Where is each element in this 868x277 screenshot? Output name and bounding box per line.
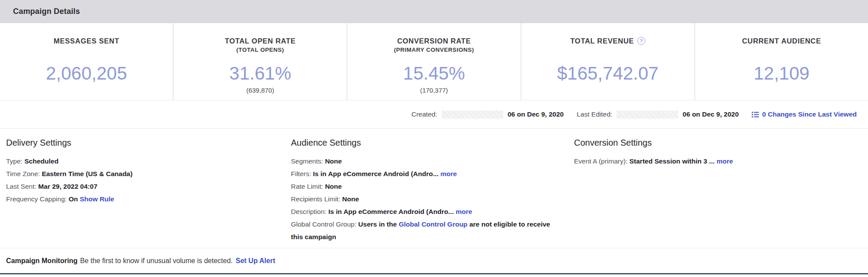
setting-value: Is in App eCommerce Android (Andro... — [328, 208, 454, 215]
setting-row-time-zone: Time Zone: Eastern Time (US & Canada) — [6, 167, 275, 180]
setting-value: None — [325, 183, 342, 190]
stat-label-text: TOTAL REVENUE — [570, 37, 634, 45]
last-edited-value: 06 on Dec 9, 2020 — [683, 110, 739, 118]
stat-label: CONVERSION RATE — [347, 37, 520, 45]
stat-total-revenue: TOTAL REVENUE? $165,742.07 — [521, 23, 694, 100]
stat-label: MESSAGES SENT — [0, 37, 173, 45]
setting-label: Rate Limit: — [291, 183, 323, 190]
setting-label: Event A (primary): — [574, 157, 627, 165]
campaign-monitoring-row: Campaign Monitoring Be the first to know… — [0, 248, 868, 273]
global-control-group-link[interactable]: Global Control Group — [399, 220, 467, 228]
stat-value: 12,109 — [695, 63, 868, 84]
stat-value: 2,060,205 — [0, 63, 173, 84]
setting-row-filters: Filters: Is in App eCommerce Android (An… — [291, 167, 558, 180]
section-title: Audience Settings — [291, 138, 558, 148]
setting-value: Is in App eCommerce Android (Andro... — [313, 170, 439, 177]
setting-row-recipients-limit: Recipients Limit: None — [291, 193, 558, 205]
delivery-settings-section: Delivery Settings Type: Scheduled Time Z… — [6, 138, 275, 205]
list-icon — [752, 111, 759, 118]
setting-value: None — [325, 157, 342, 165]
campaign-monitoring-text: Be the first to know if unusual volume i… — [80, 257, 232, 265]
conversion-settings-section: Conversion Settings Event A (primary): S… — [574, 138, 856, 167]
meta-row: Created: 06 on Dec 9, 2020 Last Edited: … — [0, 100, 868, 129]
setting-value: Started Session within 3 ... — [630, 157, 715, 165]
settings-area: Delivery Settings Type: Scheduled Time Z… — [0, 129, 868, 248]
setting-label: Frequency Capping: — [6, 195, 67, 203]
redacted-created-by — [442, 110, 503, 119]
stat-value: 15.45% — [347, 63, 520, 84]
setting-row-last-sent: Last Sent: Mar 29, 2022 04:07 — [6, 180, 275, 193]
setting-label: Time Zone: — [6, 170, 40, 177]
setting-label: Filters: — [291, 170, 311, 177]
stat-label: CURRENT AUDIENCE — [695, 37, 868, 45]
changes-since-last-viewed-link[interactable]: 0 Changes Since Last Viewed — [752, 110, 857, 118]
setting-row-frequency-capping: Frequency Capping: On Show Rule — [6, 193, 275, 205]
setting-row-type: Type: Scheduled — [6, 155, 275, 167]
setting-label: Description: — [291, 208, 327, 215]
setting-label: Last Sent: — [6, 183, 36, 190]
setting-value-prefix: Users in the — [358, 220, 397, 228]
stat-subvalue: (639,870) — [174, 87, 347, 94]
created-value: 06 on Dec 9, 2020 — [508, 110, 564, 118]
bottom-divider — [0, 273, 868, 274]
stat-value: $165,742.07 — [521, 63, 694, 84]
stat-label: TOTAL OPEN RATE — [174, 37, 347, 45]
setting-value: Scheduled — [24, 157, 58, 165]
setting-value: Mar 29, 2022 04:07 — [38, 183, 97, 190]
setting-row-event-a: Event A (primary): Started Session withi… — [574, 155, 856, 167]
setting-row-rate-limit: Rate Limit: None — [291, 180, 558, 193]
section-title: Delivery Settings — [6, 138, 275, 148]
setting-value: On — [69, 195, 78, 203]
show-rule-link[interactable]: Show Rule — [80, 195, 114, 203]
stat-value: 31.61% — [174, 63, 347, 84]
setting-label: Segments: — [291, 157, 323, 165]
setting-label: Recipients Limit: — [291, 195, 340, 203]
created-label: Created: — [412, 110, 437, 118]
stat-subvalue: (170,377) — [347, 87, 520, 94]
setting-value: None — [342, 195, 359, 203]
stat-sublabel: (TOTAL OPENS) — [174, 47, 347, 53]
stat-label: TOTAL REVENUE? — [521, 37, 694, 45]
campaign-monitoring-title: Campaign Monitoring — [6, 257, 77, 265]
stat-sublabel: (PRIMARY CONVERSIONS) — [347, 47, 520, 53]
help-icon[interactable]: ? — [637, 37, 645, 45]
filters-more-link[interactable]: more — [440, 170, 457, 177]
page-title: Campaign Details — [13, 7, 80, 16]
setting-value: Eastern Time (US & Canada) — [42, 170, 132, 177]
redacted-edited-by — [617, 110, 678, 119]
stat-current-audience: CURRENT AUDIENCE 12,109 — [694, 23, 868, 100]
stat-conversion-rate: CONVERSION RATE (PRIMARY CONVERSIONS) 15… — [347, 23, 520, 100]
event-a-more-link[interactable]: more — [716, 157, 733, 165]
setting-row-description: Description: Is in App eCommerce Android… — [291, 205, 558, 218]
audience-settings-section: Audience Settings Segments: None Filters… — [291, 138, 558, 243]
stat-total-open-rate: TOTAL OPEN RATE (TOTAL OPENS) 31.61% (63… — [173, 23, 347, 100]
setting-label: Type: — [6, 157, 23, 165]
changes-link-label: 0 Changes Since Last Viewed — [762, 110, 857, 118]
setting-row-global-control-group: Global Control Group: Users in the Globa… — [291, 218, 558, 243]
stat-messages-sent: MESSAGES SENT 2,060,205 — [0, 23, 173, 100]
setting-label: Global Control Group: — [291, 220, 356, 228]
panel-header: Campaign Details — [0, 0, 868, 23]
campaign-details-panel: Campaign Details MESSAGES SENT 2,060,205… — [0, 0, 868, 277]
section-title: Conversion Settings — [574, 138, 856, 148]
description-more-link[interactable]: more — [456, 208, 472, 215]
last-edited-label: Last Edited: — [577, 110, 612, 118]
set-up-alert-link[interactable]: Set Up Alert — [236, 257, 275, 265]
stats-row: MESSAGES SENT 2,060,205 TOTAL OPEN RATE … — [0, 23, 868, 100]
setting-row-segments: Segments: None — [291, 155, 558, 167]
